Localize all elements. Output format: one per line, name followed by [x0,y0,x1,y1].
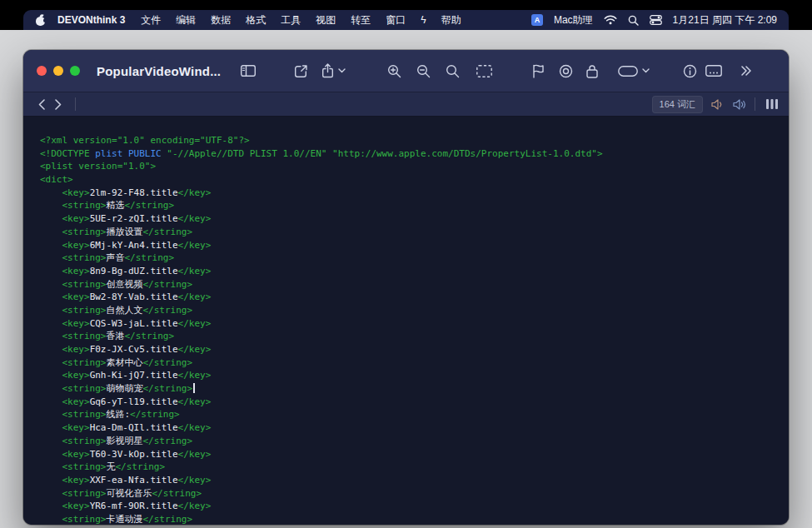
menubar-menu-item[interactable]: 数据 [203,13,238,27]
menubar-menu-item[interactable]: 转至 [343,13,378,27]
share-group [321,61,346,81]
forward-button[interactable] [50,94,67,114]
code-line: <string>线路:</string> [40,408,775,421]
menubar-menu-item[interactable]: 格式 [238,13,273,27]
scripts-menu-icon[interactable]: ϟ [413,14,433,26]
code-line: <key>T60-3V-kOp.title</key> [40,448,775,461]
code-line: <dict> [40,173,775,187]
zoom-window-button[interactable] [70,66,80,76]
code-line: <key>Gnh-Ki-jQ7.title</key> [40,369,775,382]
code-line: <string>萌物萌宠</string> [40,382,775,396]
menubar-menu-item[interactable]: 文件 [133,13,168,27]
code-line: <string>无</string> [40,461,775,474]
menubar-assistant-label[interactable]: Mac助理 [554,13,593,27]
code-line: <key>Hca-Dm-QIl.title</key> [40,421,775,435]
code-line: <key>CQS-W3-jaL.title</key> [40,317,775,331]
menubar-app-name[interactable]: DEVONthink 3 [49,14,133,26]
code-line: <key>XXF-ea-Nfa.title</key> [40,474,775,487]
code-line: <key>6Mj-kY-An4.title</key> [40,239,775,252]
screen: DEVONthink 3 文件编辑数据格式工具视图转至窗口 ϟ 帮助 A Mac… [0,0,812,528]
pill-group [618,61,650,81]
navbar-divider [75,97,76,111]
menubar-menu-item[interactable]: 编辑 [168,13,203,27]
menubar-menus: 文件编辑数据格式工具视图转至窗口 [133,13,413,27]
code-line: <plist version="1.0"> [40,160,775,173]
toolbar-overflow-icon[interactable] [740,61,752,81]
menubar-menu-help[interactable]: 帮助 [434,13,469,27]
selection-marquee-icon[interactable] [476,61,492,81]
navbar-divider-2 [755,97,755,111]
code-line: <string>播放设置</string> [40,226,775,239]
menubar-menu-item[interactable]: 工具 [273,13,308,27]
code-line: <string>精选</string> [40,199,775,212]
code-editor[interactable]: <?xml version="1.0" encoding="UTF-8"?><!… [23,117,789,525]
open-external-icon[interactable] [294,61,308,81]
traffic-lights [37,66,80,76]
flag-icon[interactable] [532,61,544,81]
word-count-badge: 164 词汇 [652,96,703,113]
apple-leaf-icon [39,13,43,17]
zoom-in-icon[interactable] [387,61,401,81]
pill-dropdown-icon[interactable] [618,61,638,81]
back-button[interactable] [33,94,50,114]
pill-chevron-icon[interactable] [642,61,650,81]
target-circle-icon[interactable] [559,61,573,81]
window-toolbar: PopularVideoWind... [23,50,789,92]
code-line: <key>YR6-mf-9OR.title</key> [40,500,775,513]
dictation-icon[interactable] [733,99,746,110]
sidebar-icon[interactable] [241,61,256,81]
wifi-icon[interactable] [604,15,617,25]
minimize-window-button[interactable] [53,66,63,76]
code-line: <string>自然人文</string> [40,304,775,317]
menubar-menu-item[interactable]: 视图 [308,13,343,27]
code-line: <key>Gq6-yT-l19.title</key> [40,396,775,409]
info-icon[interactable] [683,61,697,81]
code-line: <?xml version="1.0" encoding="UTF-8"?> [40,134,775,147]
menubar-menu-item[interactable]: 窗口 [378,13,413,27]
code-line: <key>F0z-JX-Cv5.title</key> [40,343,775,356]
document-navbar: 164 词汇 [23,92,789,117]
code-line: <!DOCTYPE plist PUBLIC "-//Apple//DTD PL… [40,147,775,161]
code-line: <string>香港</string> [40,330,775,343]
menubar-menus-left: DEVONthink 3 文件编辑数据格式工具视图转至窗口 ϟ 帮助 [35,13,469,27]
panel-icon[interactable] [705,61,722,81]
text-caret [193,383,195,393]
zoom-reset-icon[interactable] [446,61,460,81]
devonthink-window: PopularVideoWind... [23,50,789,525]
window-title: PopularVideoWind... [97,64,221,78]
apple-menu-icon[interactable] [35,14,46,26]
columns-view-icon[interactable] [765,98,779,110]
code-line: <string>可视化音乐</string> [40,487,775,501]
code-line: <key>5UE-r2-zQI.title</key> [40,212,775,226]
code-line: <key>Bw2-8Y-Vab.title</key> [40,291,775,304]
code-area: <?xml version="1.0" encoding="UTF-8"?><!… [23,117,789,525]
control-center-icon[interactable] [650,15,662,25]
code-line: <string>影视明星</string> [40,435,775,448]
input-source-icon[interactable]: A [531,14,543,26]
menubar-clock[interactable]: 1月21日 周四 下午 2:09 [673,13,777,27]
menubar-status-area: A Mac助理 1月21日 周四 下午 2:09 [531,13,777,27]
spotlight-search-icon[interactable] [628,15,639,26]
close-window-button[interactable] [37,66,47,76]
code-line: <string>创意视频</string> [40,278,775,291]
lock-icon[interactable] [586,61,598,81]
share-icon[interactable] [321,61,334,81]
speak-icon[interactable] [711,99,725,110]
code-line: <key>2lm-92-F48.title</key> [40,187,775,200]
code-line: <string>声音</string> [40,252,775,265]
code-line: <string>素材中心</string> [40,356,775,370]
zoom-out-icon[interactable] [416,61,431,81]
share-chevron-icon[interactable] [338,61,346,81]
code-line: <key>8n9-Bg-dUZ.title</key> [40,265,775,278]
menubar: DEVONthink 3 文件编辑数据格式工具视图转至窗口 ϟ 帮助 A Mac… [23,10,789,30]
code-line: <string>卡通动漫</string> [40,513,775,525]
